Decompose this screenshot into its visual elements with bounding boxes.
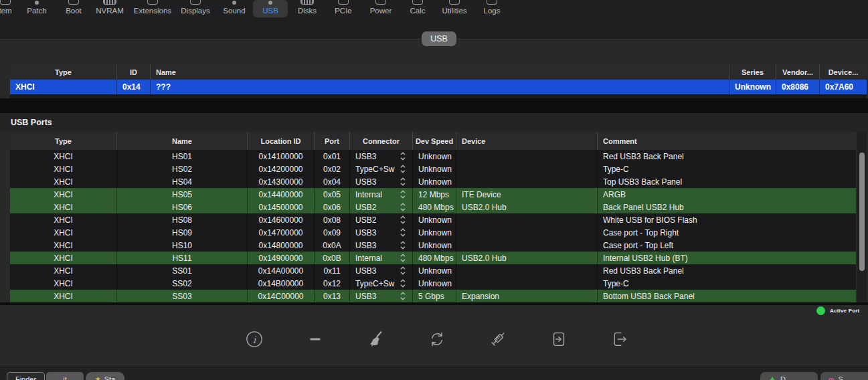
stepper-icon — [400, 292, 406, 300]
connector-select[interactable]: TypeC+Sw — [350, 163, 413, 175]
port-row[interactable]: XHCI SS01 0x14A00000 0x11 USB3 Unknown R… — [10, 264, 856, 277]
import-button[interactable] — [549, 328, 569, 351]
tab-partial-star[interactable]: ★Sta — [86, 372, 124, 380]
scrollbar-thumb[interactable] — [859, 153, 865, 271]
col-header-connector[interactable]: Connector — [350, 132, 413, 150]
port-dev-speed: Unknown — [413, 175, 456, 188]
info-button[interactable]: i — [244, 328, 264, 351]
controller-row-selected[interactable]: XHCI 0x14 ??? Unknown 0x8086 0x7A60 — [10, 80, 867, 94]
port-row[interactable]: XHCI HS09 0x14700000 0x09 USB3 Unknown C… — [10, 226, 856, 239]
port-number: 0x0A — [315, 239, 350, 252]
active-port-dot-icon — [816, 306, 825, 315]
info-icon: i — [245, 330, 264, 349]
col-header-dev-speed[interactable]: Dev Speed — [413, 132, 456, 150]
controllers-table-header: Type ID Name Series Vendor... Device... — [10, 64, 867, 80]
calc-icon — [412, 0, 423, 5]
table-bottom-edge — [0, 302, 868, 305]
connector-select[interactable]: Internal — [350, 252, 413, 264]
port-row[interactable]: XHCI HS04 0x14300000 0x04 USB3 Unknown T… — [10, 175, 856, 188]
stepper-icon — [400, 190, 406, 199]
connector-value: USB3 — [355, 241, 376, 250]
legend-label: Active Port — [830, 308, 859, 314]
port-location: 0x14B00000 — [248, 277, 315, 290]
port-row[interactable]: XHCI HS10 0x14800000 0x0A USB3 Unknown C… — [10, 239, 856, 252]
separator-band — [0, 98, 868, 113]
connector-select[interactable]: Internal — [350, 188, 413, 201]
toolbar-item-logs[interactable]: Logs — [466, 0, 517, 15]
port-device — [456, 239, 598, 252]
ports-table-header: Type Name Location ID Port Connector Dev… — [10, 132, 856, 150]
partial-button-2[interactable]: ∞S — [820, 372, 868, 380]
export-icon — [610, 330, 629, 349]
connector-select[interactable]: USB3 — [350, 290, 413, 302]
stepper-icon — [400, 254, 406, 262]
export-button[interactable] — [610, 328, 630, 351]
port-row[interactable]: XHCI SS02 0x14B00000 0x12 TypeC+Sw Unkno… — [10, 277, 856, 290]
col-header-location[interactable]: Location ID — [248, 132, 315, 150]
port-row[interactable]: XHCI HS11 0x14900000 0x0B Internal 480 M… — [10, 252, 856, 264]
col-header-type[interactable]: Type — [10, 132, 117, 150]
port-device: USB2.0 Hub — [456, 201, 598, 213]
logs-icon — [487, 0, 497, 5]
connector-select[interactable]: USB3 — [350, 239, 413, 252]
controllers-table: Type ID Name Series Vendor... Device... … — [10, 64, 867, 98]
connector-value: Internal — [355, 254, 382, 263]
connector-select[interactable]: USB3 — [350, 175, 413, 188]
col-header-type[interactable]: Type — [10, 64, 117, 80]
connector-select[interactable]: USB3 — [350, 264, 413, 277]
system-icon — [0, 0, 11, 5]
controller-type: XHCI — [10, 80, 117, 94]
stepper-icon — [400, 165, 406, 173]
port-row[interactable]: XHCI HS02 0x14200000 0x02 TypeC+Sw Unkno… — [10, 163, 856, 175]
svg-text:i: i — [253, 335, 257, 345]
port-row[interactable]: XHCI HS08 0x14600000 0x08 USB2 Unknown W… — [10, 213, 856, 226]
port-row[interactable]: XHCI HS05 0x14400000 0x05 Internal 12 Mb… — [10, 188, 856, 201]
connector-select[interactable]: USB3 — [350, 150, 413, 163]
col-header-name[interactable]: Name — [151, 64, 729, 80]
partial-button-1[interactable]: D — [760, 372, 818, 380]
port-number: 0x05 — [315, 188, 350, 201]
port-name: HS10 — [117, 239, 248, 252]
port-location: 0x14200000 — [248, 163, 315, 175]
port-dev-speed: Unknown — [413, 213, 456, 226]
connector-value: USB2 — [355, 215, 376, 225]
connector-select[interactable]: USB2 — [350, 213, 413, 226]
port-number: 0x06 — [315, 201, 350, 213]
tab-partial-2[interactable]: it — [46, 372, 84, 380]
stepper-icon — [400, 152, 406, 161]
col-header-series[interactable]: Series — [729, 64, 776, 80]
clean-button[interactable] — [366, 328, 386, 351]
col-header-comment[interactable]: Comment — [598, 132, 856, 150]
col-header-name[interactable]: Name — [117, 132, 248, 150]
port-row[interactable]: XHCI HS01 0x14100000 0x01 USB3 Unknown R… — [10, 150, 856, 163]
port-name: HS11 — [117, 252, 248, 264]
col-header-id[interactable]: ID — [117, 64, 151, 80]
usb-segment-pill[interactable]: USB — [422, 31, 456, 46]
stepper-icon — [400, 279, 406, 288]
refresh-button[interactable] — [427, 328, 447, 351]
scrollbar-track[interactable] — [856, 132, 867, 304]
col-header-device[interactable]: Device... — [820, 64, 867, 80]
port-device — [456, 163, 598, 175]
col-header-vendor[interactable]: Vendor... — [776, 64, 820, 80]
port-row[interactable]: XHCI SS03 0x14C00000 0x13 USB3 5 Gbps Ex… — [10, 290, 856, 302]
connector-select[interactable]: USB3 — [350, 226, 413, 239]
connector-select[interactable]: TypeC+Sw — [350, 277, 413, 290]
remove-button[interactable] — [305, 328, 325, 351]
port-comment: Case port - Top Right — [598, 226, 856, 239]
toolbar-item-sound[interactable]: Sound — [209, 0, 260, 15]
inject-syringe-icon — [489, 330, 507, 349]
port-row[interactable]: XHCI HS06 0x14500000 0x06 USB2 480 Mbps … — [10, 201, 856, 213]
col-header-device[interactable]: Device — [456, 132, 598, 150]
port-number: 0x04 — [315, 175, 350, 188]
port-type: XHCI — [10, 188, 117, 201]
port-dev-speed: Unknown — [413, 163, 456, 175]
port-type: XHCI — [10, 150, 117, 163]
col-header-port[interactable]: Port — [315, 132, 350, 150]
connector-select[interactable]: USB2 — [350, 201, 413, 213]
connector-value: USB3 — [355, 152, 376, 161]
tab-finder[interactable]: Finder — [7, 372, 45, 380]
inject-button[interactable] — [488, 328, 508, 351]
controller-device: 0x7A60 — [820, 80, 867, 94]
port-comment: Top USB3 Back Panel — [598, 175, 856, 188]
